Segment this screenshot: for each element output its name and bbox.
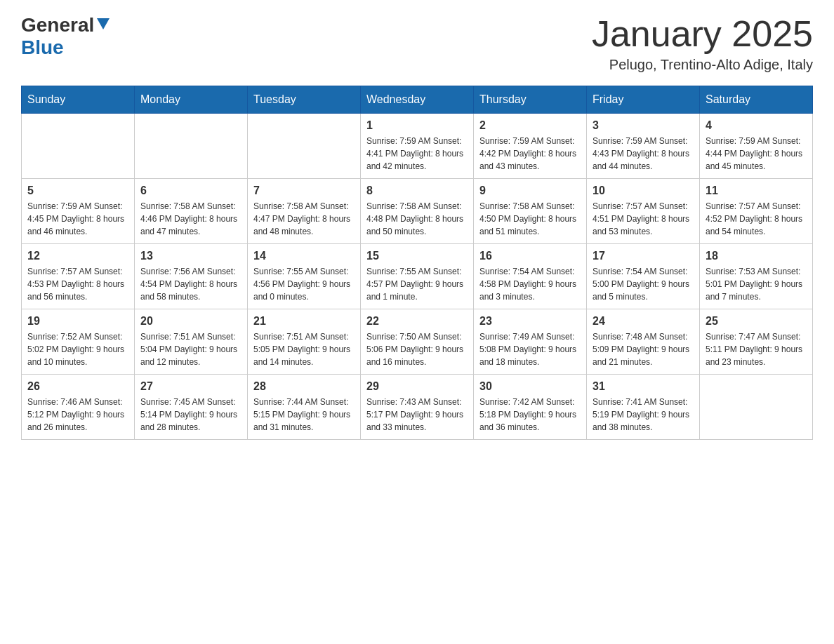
day-info: Sunrise: 7:51 AM Sunset: 5:04 PM Dayligh… (140, 330, 241, 368)
calendar-week-row: 12Sunrise: 7:57 AM Sunset: 4:53 PM Dayli… (22, 244, 813, 309)
logo-general: General (21, 14, 94, 36)
calendar-cell: 30Sunrise: 7:42 AM Sunset: 5:18 PM Dayli… (474, 375, 587, 440)
day-number: 25 (706, 315, 807, 328)
day-info: Sunrise: 7:53 AM Sunset: 5:01 PM Dayligh… (706, 265, 807, 303)
calendar-cell: 22Sunrise: 7:50 AM Sunset: 5:06 PM Dayli… (361, 309, 474, 375)
calendar-cell: 26Sunrise: 7:46 AM Sunset: 5:12 PM Dayli… (22, 375, 135, 440)
day-info: Sunrise: 7:51 AM Sunset: 5:05 PM Dayligh… (253, 330, 355, 368)
day-number: 30 (479, 380, 581, 393)
day-number: 16 (479, 250, 581, 262)
day-of-week-header: Sunday (22, 86, 135, 114)
calendar-cell: 10Sunrise: 7:57 AM Sunset: 4:51 PM Dayli… (587, 179, 700, 244)
calendar-cell: 9Sunrise: 7:58 AM Sunset: 4:50 PM Daylig… (474, 179, 587, 244)
calendar-cell: 11Sunrise: 7:57 AM Sunset: 4:52 PM Dayli… (700, 179, 813, 244)
day-info: Sunrise: 7:56 AM Sunset: 4:54 PM Dayligh… (140, 265, 241, 303)
day-number: 9 (479, 185, 581, 197)
day-info: Sunrise: 7:49 AM Sunset: 5:08 PM Dayligh… (479, 330, 581, 368)
day-info: Sunrise: 7:52 AM Sunset: 5:02 PM Dayligh… (27, 330, 128, 368)
calendar-cell: 12Sunrise: 7:57 AM Sunset: 4:53 PM Dayli… (22, 244, 135, 309)
title-block: January 2025 Pelugo, Trentino-Alto Adige… (592, 14, 813, 73)
day-info: Sunrise: 7:58 AM Sunset: 4:46 PM Dayligh… (140, 200, 241, 238)
day-info: Sunrise: 7:54 AM Sunset: 5:00 PM Dayligh… (593, 265, 694, 303)
calendar-body: 1Sunrise: 7:59 AM Sunset: 4:41 PM Daylig… (22, 114, 813, 440)
day-number: 17 (593, 250, 694, 262)
day-info: Sunrise: 7:45 AM Sunset: 5:14 PM Dayligh… (140, 396, 241, 434)
calendar-cell: 27Sunrise: 7:45 AM Sunset: 5:14 PM Dayli… (135, 375, 248, 440)
calendar-cell: 20Sunrise: 7:51 AM Sunset: 5:04 PM Dayli… (135, 309, 248, 375)
day-number: 29 (366, 380, 468, 393)
subtitle: Pelugo, Trentino-Alto Adige, Italy (592, 57, 813, 73)
logo-triangle-icon (97, 18, 110, 32)
calendar-cell: 2Sunrise: 7:59 AM Sunset: 4:42 PM Daylig… (474, 114, 587, 179)
calendar-cell: 17Sunrise: 7:54 AM Sunset: 5:00 PM Dayli… (587, 244, 700, 309)
day-number: 8 (366, 185, 468, 197)
calendar-cell: 29Sunrise: 7:43 AM Sunset: 5:17 PM Dayli… (361, 375, 474, 440)
day-number: 2 (479, 119, 581, 132)
calendar-cell (22, 114, 135, 179)
day-of-week-header: Thursday (474, 86, 587, 114)
calendar-week-row: 1Sunrise: 7:59 AM Sunset: 4:41 PM Daylig… (22, 114, 813, 179)
day-info: Sunrise: 7:59 AM Sunset: 4:43 PM Dayligh… (593, 135, 694, 173)
calendar-cell: 25Sunrise: 7:47 AM Sunset: 5:11 PM Dayli… (700, 309, 813, 375)
day-number: 31 (593, 380, 694, 393)
day-of-week-header: Saturday (700, 86, 813, 114)
day-number: 11 (706, 185, 807, 197)
day-info: Sunrise: 7:59 AM Sunset: 4:42 PM Dayligh… (479, 135, 581, 173)
day-info: Sunrise: 7:50 AM Sunset: 5:06 PM Dayligh… (366, 330, 468, 368)
day-number: 14 (253, 250, 355, 262)
calendar-cell: 5Sunrise: 7:59 AM Sunset: 4:45 PM Daylig… (22, 179, 135, 244)
calendar-cell: 13Sunrise: 7:56 AM Sunset: 4:54 PM Dayli… (135, 244, 248, 309)
day-info: Sunrise: 7:57 AM Sunset: 4:51 PM Dayligh… (593, 200, 694, 238)
day-number: 7 (253, 185, 355, 197)
svg-marker-0 (97, 18, 110, 29)
page-header: General Blue January 2025 Pelugo, Trenti… (21, 14, 813, 73)
day-info: Sunrise: 7:55 AM Sunset: 4:56 PM Dayligh… (253, 265, 355, 303)
day-info: Sunrise: 7:57 AM Sunset: 4:52 PM Dayligh… (706, 200, 807, 238)
calendar-cell: 7Sunrise: 7:58 AM Sunset: 4:47 PM Daylig… (248, 179, 361, 244)
calendar-cell: 3Sunrise: 7:59 AM Sunset: 4:43 PM Daylig… (587, 114, 700, 179)
day-info: Sunrise: 7:57 AM Sunset: 4:53 PM Dayligh… (27, 265, 128, 303)
day-number: 19 (27, 315, 128, 328)
day-info: Sunrise: 7:41 AM Sunset: 5:19 PM Dayligh… (593, 396, 694, 434)
day-number: 26 (27, 380, 128, 393)
day-info: Sunrise: 7:58 AM Sunset: 4:48 PM Dayligh… (366, 200, 468, 238)
day-number: 6 (140, 185, 241, 197)
calendar-cell: 28Sunrise: 7:44 AM Sunset: 5:15 PM Dayli… (248, 375, 361, 440)
page-title: January 2025 (592, 14, 813, 54)
day-info: Sunrise: 7:59 AM Sunset: 4:45 PM Dayligh… (27, 200, 128, 238)
day-info: Sunrise: 7:58 AM Sunset: 4:47 PM Dayligh… (253, 200, 355, 238)
day-info: Sunrise: 7:59 AM Sunset: 4:44 PM Dayligh… (706, 135, 807, 173)
day-info: Sunrise: 7:43 AM Sunset: 5:17 PM Dayligh… (366, 396, 468, 434)
day-info: Sunrise: 7:55 AM Sunset: 4:57 PM Dayligh… (366, 265, 468, 303)
day-info: Sunrise: 7:48 AM Sunset: 5:09 PM Dayligh… (593, 330, 694, 368)
logo-blue: Blue (21, 36, 64, 59)
calendar-cell (248, 114, 361, 179)
day-info: Sunrise: 7:54 AM Sunset: 4:58 PM Dayligh… (479, 265, 581, 303)
day-number: 20 (140, 315, 241, 328)
day-of-week-header: Friday (587, 86, 700, 114)
calendar-cell: 1Sunrise: 7:59 AM Sunset: 4:41 PM Daylig… (361, 114, 474, 179)
day-number: 10 (593, 185, 694, 197)
calendar-cell: 14Sunrise: 7:55 AM Sunset: 4:56 PM Dayli… (248, 244, 361, 309)
calendar-cell: 24Sunrise: 7:48 AM Sunset: 5:09 PM Dayli… (587, 309, 700, 375)
calendar-table: SundayMondayTuesdayWednesdayThursdayFrid… (21, 86, 813, 440)
day-info: Sunrise: 7:42 AM Sunset: 5:18 PM Dayligh… (479, 396, 581, 434)
calendar-cell: 16Sunrise: 7:54 AM Sunset: 4:58 PM Dayli… (474, 244, 587, 309)
day-number: 3 (593, 119, 694, 132)
calendar-cell: 15Sunrise: 7:55 AM Sunset: 4:57 PM Dayli… (361, 244, 474, 309)
day-number: 27 (140, 380, 241, 393)
day-number: 22 (366, 315, 468, 328)
day-info: Sunrise: 7:46 AM Sunset: 5:12 PM Dayligh… (27, 396, 128, 434)
calendar-cell (700, 375, 813, 440)
day-info: Sunrise: 7:59 AM Sunset: 4:41 PM Dayligh… (366, 135, 468, 173)
day-number: 1 (366, 119, 468, 132)
day-info: Sunrise: 7:44 AM Sunset: 5:15 PM Dayligh… (253, 396, 355, 434)
day-info: Sunrise: 7:47 AM Sunset: 5:11 PM Dayligh… (706, 330, 807, 368)
day-header-row: SundayMondayTuesdayWednesdayThursdayFrid… (22, 86, 813, 114)
calendar-cell: 19Sunrise: 7:52 AM Sunset: 5:02 PM Dayli… (22, 309, 135, 375)
day-number: 28 (253, 380, 355, 393)
calendar-cell: 23Sunrise: 7:49 AM Sunset: 5:08 PM Dayli… (474, 309, 587, 375)
day-number: 24 (593, 315, 694, 328)
calendar-week-row: 5Sunrise: 7:59 AM Sunset: 4:45 PM Daylig… (22, 179, 813, 244)
calendar-cell: 8Sunrise: 7:58 AM Sunset: 4:48 PM Daylig… (361, 179, 474, 244)
